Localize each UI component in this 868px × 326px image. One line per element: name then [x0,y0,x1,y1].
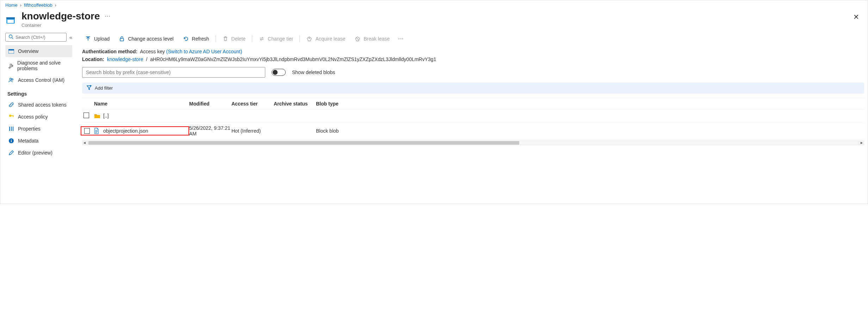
sidebar: « Overview Diagnose and solve problems A… [0,33,75,204]
overview-icon [8,48,14,54]
sidebar-item-policy[interactable]: Access policy [5,111,72,123]
breadcrumb: Home › fifthcoffeeblob › [0,0,868,9]
link-icon [8,102,14,108]
page-subtitle: Container [21,23,111,28]
info-panel: Authentication method: Access key (Switc… [82,48,864,64]
upload-icon [85,36,91,42]
sidebar-item-label: Access policy [18,114,48,120]
button-label: Change tier [268,36,293,42]
scroll-left-icon[interactable]: ◄ [83,141,86,145]
button-label: Acquire lease [315,36,345,42]
sidebar-item-properties[interactable]: Properties [5,123,72,135]
swap-icon [259,36,265,42]
toolbar-separator [252,35,252,42]
row-checkbox[interactable] [84,128,90,134]
svg-line-4 [12,38,13,39]
toolbar-separator [299,35,300,42]
table-row[interactable]: objectprojection.json 5/26/2022, 9:37:21… [82,122,864,140]
blob-type: Block blob [316,128,360,134]
svg-rect-12 [9,127,10,131]
location-separator: / [144,56,149,62]
breadcrumb-home[interactable]: Home [5,2,18,8]
lock-icon [119,36,125,42]
more-icon[interactable]: ··· [105,13,110,19]
svg-rect-6 [8,49,14,50]
button-label: Add filter [95,85,113,91]
location-label: Location: [82,56,104,62]
col-access-tier[interactable]: Access tier [231,101,274,107]
sidebar-item-label: Shared access tokens [18,102,67,108]
refresh-icon [183,36,189,42]
switch-auth-link[interactable]: (Switch to Azure AD User Account) [166,49,242,54]
table-header-row: Name Modified Access tier Archive status… [82,98,864,110]
page-title: knowledge-store [21,11,100,22]
sidebar-item-label: Editor (preview) [18,150,52,156]
collapse-sidebar-icon[interactable]: « [69,34,72,40]
sidebar-item-diagnose[interactable]: Diagnose and solve problems [5,57,72,74]
blob-name[interactable]: objectprojection.json [103,128,148,134]
svg-rect-14 [13,127,13,131]
location-container-link[interactable]: knowledge-store [107,56,143,62]
people-icon [8,77,14,83]
change-tier-button: Change tier [256,34,296,43]
sidebar-search-input[interactable] [16,35,63,40]
button-label: Refresh [192,36,209,42]
break-lease-button: Break lease [352,34,392,43]
button-label: Delete [231,36,246,42]
toolbar: Upload Change access level Refresh Delet… [82,33,864,48]
auth-method-label: Authentication method: [82,49,137,54]
show-deleted-toggle[interactable] [272,69,286,76]
svg-rect-17 [11,139,12,140]
blob-table: Name Modified Access tier Archive status… [82,98,864,140]
prefix-search[interactable] [82,67,265,78]
sidebar-item-label: Overview [18,48,38,54]
col-archive-status[interactable]: Archive status [274,101,316,107]
horizontal-scrollbar[interactable]: ◄ ► [82,140,864,145]
sidebar-item-iam[interactable]: Access Control (IAM) [5,74,72,86]
up-directory-label[interactable]: [..] [103,113,109,119]
row-checkbox[interactable] [83,113,89,118]
svg-rect-11 [13,115,14,117]
acquire-lease-button: Acquire lease [303,34,348,43]
col-modified[interactable]: Modified [189,101,231,107]
change-access-button[interactable]: Change access level [116,34,176,43]
button-label: Upload [94,36,110,42]
sidebar-item-sas[interactable]: Shared access tokens [5,99,72,111]
tag-broken-icon [354,36,361,42]
sidebar-item-label: Metadata [18,138,38,144]
show-deleted-label: Show deleted blobs [292,70,335,75]
close-icon[interactable]: ✕ [851,11,861,23]
prefix-search-input[interactable] [86,70,261,75]
svg-rect-18 [120,38,124,41]
toolbar-separator [216,35,216,42]
blob-access-tier: Hot (Inferred) [231,128,274,134]
button-label: Change access level [128,36,173,42]
refresh-button[interactable]: Refresh [180,34,212,43]
table-row-up[interactable]: [..] [82,110,864,122]
container-icon [5,15,17,25]
scrollbar-track[interactable] [88,141,858,145]
search-icon [8,34,13,40]
properties-icon [8,126,14,132]
sidebar-item-label: Properties [18,126,41,132]
key-icon [8,114,14,120]
tag-icon [306,36,312,42]
button-label: Break lease [364,36,390,42]
scroll-right-icon[interactable]: ► [860,141,863,145]
sidebar-search[interactable] [5,33,67,42]
sidebar-item-label: Access Control (IAM) [18,77,64,83]
location-path: aHR0cHM6Ly9maWZ0aGNvZmZlZWJsb2IuYmxvYi5j… [150,56,436,62]
upload-button[interactable]: Upload [82,34,112,43]
sidebar-item-editor[interactable]: Editor (preview) [5,147,72,159]
trash-icon [222,36,229,42]
breadcrumb-item-storage[interactable]: fifthcoffeeblob [24,2,52,8]
more-icon[interactable]: ··· [398,36,404,42]
col-name[interactable]: Name [94,101,189,107]
auth-method-value: Access key [140,49,165,54]
svg-point-19 [309,38,310,38]
add-filter-button[interactable]: Add filter [82,83,864,93]
sidebar-item-overview[interactable]: Overview [5,45,72,57]
col-blob-type[interactable]: Blob type [316,101,360,107]
sidebar-item-metadata[interactable]: Metadata [5,135,72,147]
svg-rect-2 [7,20,14,23]
